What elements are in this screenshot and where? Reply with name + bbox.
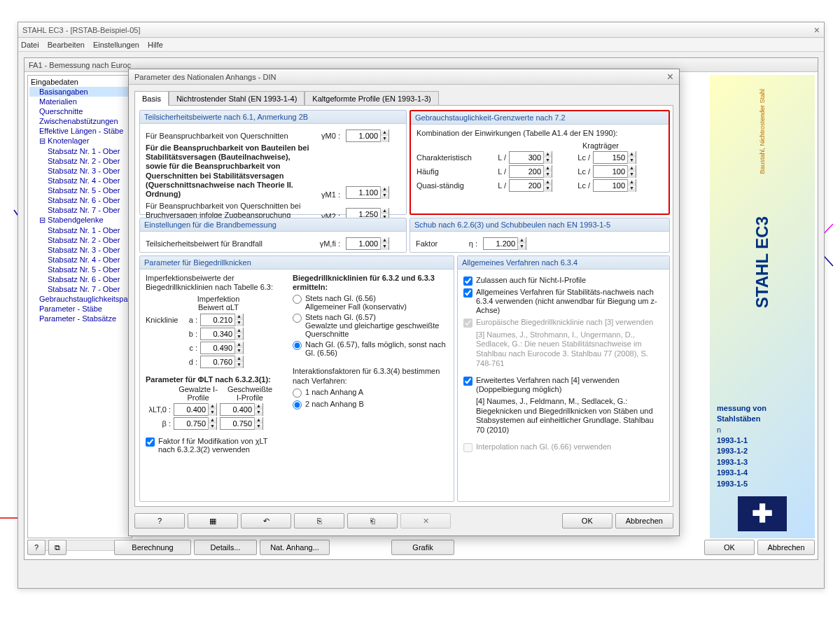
dialog-title: Parameter des Nationalen Anhangs - DIN [134, 73, 276, 81]
gamma-m1-input[interactable]: ▲▼ [346, 186, 389, 199]
tree-item[interactable]: Stabsatz Nr. 2 - Ober [29, 235, 130, 245]
group-service-head: Gebrauchstauglichkeit-Grenzwerte nach 7.… [411, 111, 668, 125]
module-footer: ? ⧉ Berechnung Details... Nat. Anhang...… [27, 538, 815, 556]
app-title: STAHL EC3 - [RSTAB-Beispiel-05] [22, 26, 141, 34]
tree-item[interactable]: Effektive Längen - Stäbe [29, 126, 130, 136]
dialog-cancel-button[interactable]: Abbrechen [615, 513, 673, 528]
tree-item[interactable]: Stabsatz Nr. 5 - Ober [29, 186, 130, 195]
dlg-tool-3-icon[interactable]: ⎘ [294, 513, 344, 528]
tree-item[interactable]: Parameter - Stabsätze [29, 314, 130, 323]
dlg-tool-5-icon[interactable]: ✕ [400, 513, 451, 528]
freq-Lc-input[interactable]: ▲▼ [593, 165, 636, 178]
alpha-c-input[interactable]: ▲▼ [200, 342, 244, 354]
details-button[interactable]: Details... [194, 540, 257, 555]
group-shear: Schub nach 6.2.6(3) und Schubbeulen nach… [410, 218, 670, 253]
tree-item[interactable]: Stabsatz Nr. 2 - Ober [29, 156, 130, 166]
beta-welded-input[interactable]: ▲▼ [220, 417, 263, 430]
dialog-tabs: Basis Nichtrostender Stahl (EN 1993-1-4)… [129, 85, 679, 105]
menu-help[interactable]: Hilfe [148, 41, 163, 49]
tree-item[interactable]: ⊟ Knotenlager [29, 136, 130, 146]
nav-tree[interactable]: EingabedatenBasisangabenMaterialienQuers… [27, 75, 132, 538]
calc-button[interactable]: Berechnung [114, 540, 191, 555]
tree-item[interactable]: Stabsatz Nr. 3 - Ober [29, 166, 130, 176]
gamma-m0-input[interactable]: ▲▼ [346, 130, 389, 142]
grafik-button[interactable]: Grafik [391, 540, 454, 555]
tree-item[interactable]: Eingabedaten [29, 77, 130, 87]
alpha-b-input[interactable]: ▲▼ [200, 328, 244, 340]
module-ok-button[interactable]: OK [704, 540, 755, 555]
tree-item[interactable]: Materialien [29, 97, 130, 106]
quasi-L-input[interactable]: ▲▼ [509, 179, 552, 192]
tree-item[interactable]: Stabsatz Nr. 5 - Ober [29, 265, 130, 274]
help-icon[interactable]: ? [27, 540, 46, 555]
tab-basis[interactable]: Basis [134, 91, 169, 106]
dialog-ok-button[interactable]: OK [562, 513, 612, 528]
brand-refs: messung von Stahlstäben n 1993-1-1 1993-… [710, 396, 815, 496]
annex-a-radio[interactable]: 1 nach Anhang A [293, 388, 448, 398]
extended-method-check[interactable]: Erweitertes Verfahren nach [4] verwenden… [463, 376, 664, 394]
char-Lc-input[interactable]: ▲▼ [593, 151, 636, 164]
tree-item[interactable]: Stabsatz Nr. 6 - Ober [29, 195, 130, 205]
tree-item[interactable]: ⊟ Stabendgelenke [29, 215, 130, 225]
dialog-close-icon[interactable]: × [667, 71, 673, 83]
lambda-rolled-input[interactable]: ▲▼ [174, 403, 217, 416]
char-L-input[interactable]: ▲▼ [509, 151, 552, 164]
menu-edit[interactable]: Bearbeiten [48, 41, 85, 49]
group-ltb: Parameter für Biegedrillknicken Imperfek… [139, 255, 454, 502]
menu-file[interactable]: Datei [21, 41, 39, 49]
tree-item[interactable]: Zwischenabstützungen [29, 116, 130, 126]
tree-item[interactable]: Basisangaben [29, 87, 130, 97]
tree-item[interactable]: Stabsatz Nr. 1 - Ober [29, 146, 130, 156]
tree-item[interactable]: Parameter - Stäbe [29, 304, 130, 314]
tree-item[interactable]: Stabsatz Nr. 7 - Ober [29, 284, 130, 294]
annex-b-radio[interactable]: 2 nach Anhang B [293, 400, 448, 410]
tab-body: Teilsicherheitsbeiwerte nach 6.1, Anmerk… [134, 105, 673, 507]
dialog-footer: ? ▦ ↶ ⎘ ⎗ ✕ OK Abbrechen [134, 512, 673, 530]
gamma-mfi-input[interactable]: ▲▼ [346, 237, 389, 250]
tree-item[interactable]: Gebrauchstauglichkeitspa [29, 294, 130, 304]
brand-icon [738, 496, 787, 531]
general-method-check[interactable]: Allgemeines Verfahren für Stabilitäts-na… [463, 288, 664, 316]
curve-657-radio[interactable]: Stets nach Gl. (6.57)Gewalzte und gleich… [293, 313, 448, 338]
tree-item[interactable]: Stabsatz Nr. 4 - Ober [29, 255, 130, 265]
tree-item[interactable]: Stabsatz Nr. 7 - Ober [29, 205, 130, 215]
module-cancel-button[interactable]: Abbrechen [757, 540, 815, 555]
group-safety-head: Teilsicherheitsbeiwerte nach 6.1, Anmerk… [140, 111, 406, 124]
european-curve-check: Europäische Biegedrillknicklinie nach [3… [463, 318, 664, 328]
tool-icon-1[interactable]: ⧉ [48, 540, 66, 555]
freq-L-input[interactable]: ▲▼ [509, 165, 552, 178]
natanhang-button[interactable]: Nat. Anhang... [260, 540, 330, 555]
module-title: FA1 - Bemessung nach Euroc [29, 61, 131, 69]
tree-item[interactable]: Stabsatz Nr. 6 - Ober [29, 274, 130, 284]
alpha-d-input[interactable]: ▲▼ [200, 356, 244, 368]
interpolation-check: Interpolation nach Gl. (6.66) verwenden [463, 442, 664, 452]
eta-input[interactable]: ▲▼ [483, 237, 526, 250]
app-titlebar: STAHL EC3 - [RSTAB-Beispiel-05] × [18, 22, 824, 38]
beta-rolled-input[interactable]: ▲▼ [174, 417, 217, 430]
tree-item[interactable]: Stabsatz Nr. 4 - Ober [29, 176, 130, 186]
group-safety: Teilsicherheitsbeiwerte nach 6.1, Anmerk… [139, 110, 407, 215]
alpha-a-input[interactable]: ▲▼ [200, 314, 244, 326]
parameter-dialog: Parameter des Nationalen Anhangs - DIN ×… [128, 69, 680, 536]
dlg-tool-1-icon[interactable]: ▦ [188, 513, 238, 528]
lambda-welded-input[interactable]: ▲▼ [220, 403, 263, 416]
app-close-icon[interactable]: × [814, 24, 820, 36]
tree-item[interactable]: Stabsatz Nr. 1 - Ober [29, 225, 130, 235]
tree-item[interactable]: Stabsatz Nr. 3 - Ober [29, 245, 130, 255]
menu-settings[interactable]: Einstellungen [93, 41, 139, 49]
group-general: Allgemeines Verfahren nach 6.3.4 Zulasse… [457, 255, 670, 502]
brand-sub: Baustahl, Nichtrostender Stahl [759, 89, 766, 174]
curve-657-656-radio[interactable]: Nach Gl. (6.57), falls möglich, sonst na… [293, 340, 448, 357]
quasi-Lc-input[interactable]: ▲▼ [593, 179, 636, 192]
curve-656-radio[interactable]: Stets nach Gl. (6.56)Allgemeiner Fall (k… [293, 294, 448, 311]
menubar: Datei Bearbeiten Einstellungen Hilfe [18, 38, 824, 52]
dlg-help-icon[interactable]: ? [134, 513, 185, 528]
factor-f-check[interactable]: Faktor f für Modifikation von χLT nach 6… [146, 437, 286, 454]
tab-stainless[interactable]: Nichtrostender Stahl (EN 1993-1-4) [169, 91, 304, 106]
brand-panel: Baustahl, Nichtrostender Stahl STAHL EC3… [710, 75, 815, 538]
dlg-tool-4-icon[interactable]: ⎗ [347, 513, 398, 528]
allow-non-i-check[interactable]: Zulassen auch für Nicht-I-Profile [463, 276, 664, 286]
dlg-tool-2-icon[interactable]: ↶ [241, 513, 291, 528]
tree-item[interactable]: Querschnitte [29, 106, 130, 116]
tab-coldformed[interactable]: Kaltgeformte Profile (EN 1993-1-3) [304, 91, 438, 106]
